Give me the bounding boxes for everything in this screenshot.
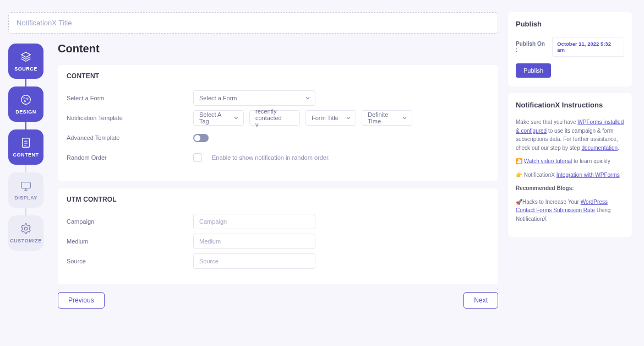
random-order-desc: Enable to show notification in random or… (212, 154, 330, 161)
publish-title: Publish (516, 20, 624, 28)
template-recent-dropdown[interactable]: recently contacted v (249, 110, 300, 126)
utm-section-title: UTM CONTROL (67, 196, 489, 203)
random-order-checkbox[interactable] (193, 153, 202, 162)
instructions-p1: Make sure that you have WPForms installe… (516, 118, 624, 152)
select-form-dropdown[interactable]: Select a Form (193, 90, 315, 106)
source-label: Source (67, 258, 193, 264)
svg-point-1 (21, 95, 31, 105)
source-input[interactable] (193, 253, 315, 269)
step-design[interactable]: DESIGN (8, 86, 43, 122)
documentation-link[interactable]: documentation (582, 145, 618, 151)
step-connector (25, 79, 26, 86)
step-connector (25, 122, 26, 129)
layers-icon (20, 51, 32, 63)
publish-on-label: Publish On : (516, 41, 548, 53)
random-order-label: Random Order (67, 154, 193, 161)
instructions-p2: 🎦 Watch video tutorial to learn quickly (516, 157, 624, 166)
chevron-down-icon (346, 115, 351, 121)
svg-point-12 (24, 227, 28, 230)
medium-input[interactable] (193, 234, 315, 249)
step-label: CUSTOMIZE (10, 238, 41, 244)
publish-date[interactable]: October 11, 2022 5:32 am (552, 37, 624, 57)
gear-icon (20, 223, 32, 235)
chevron-down-icon (233, 115, 239, 121)
svg-point-3 (26, 98, 28, 100)
step-label: SOURCE (14, 66, 37, 72)
instructions-card: NotificationX Instructions Make sure tha… (508, 93, 632, 237)
previous-button[interactable]: Previous (58, 292, 105, 309)
svg-rect-5 (23, 138, 30, 148)
video-icon: 🎦 (516, 158, 522, 164)
svg-marker-0 (21, 52, 31, 57)
advanced-template-label: Advanced Template (67, 134, 193, 141)
step-label: DISPLAY (14, 195, 37, 201)
medium-label: Medium (67, 238, 193, 245)
chevron-down-icon (305, 95, 310, 101)
advanced-template-toggle[interactable] (193, 134, 209, 142)
page-title: Content (58, 42, 498, 55)
chevron-down-icon (402, 115, 407, 121)
pointer-icon: 👉 (516, 172, 522, 178)
template-tag-dropdown[interactable]: Select A Tag (193, 110, 244, 126)
svg-rect-9 (21, 182, 31, 188)
step-display[interactable]: DISPLAY (8, 172, 43, 208)
svg-point-2 (24, 98, 25, 99)
content-card: CONTENT Select a Form Select a Form (58, 65, 498, 181)
template-label: Notification Template (67, 115, 193, 121)
content-section-title: CONTENT (67, 72, 489, 80)
integration-link[interactable]: Integration with WPForms (556, 172, 620, 178)
monitor-icon (20, 180, 32, 192)
step-connector (25, 165, 26, 172)
publish-card: Publish Publish On : October 11, 2022 5:… (508, 12, 632, 86)
svg-point-4 (24, 100, 26, 102)
step-label: DESIGN (15, 109, 36, 115)
campaign-input[interactable] (193, 214, 315, 229)
template-time-dropdown[interactable]: Definite Time (362, 110, 412, 126)
step-label: CONTENT (13, 152, 39, 158)
publish-button[interactable]: Publish (516, 63, 551, 78)
step-customize[interactable]: CUSTOMIZE (8, 215, 43, 251)
palette-icon (20, 94, 32, 106)
select-form-label: Select a Form (67, 95, 193, 101)
file-text-icon (20, 137, 32, 149)
step-nav: SOURCE DESIGN CONTENT DISPLAY (8, 44, 43, 309)
campaign-label: Campaign (67, 218, 193, 225)
step-connector (25, 208, 26, 215)
recommended-blogs-label: Recommended Blogs: (516, 184, 624, 193)
utm-card: UTM CONTROL Campaign Medium (58, 188, 498, 284)
step-source[interactable]: SOURCE (8, 44, 43, 79)
notification-title-input[interactable] (8, 12, 498, 34)
next-button[interactable]: Next (463, 292, 498, 309)
template-formtitle-dropdown[interactable]: Form Title (305, 110, 356, 126)
step-content[interactable]: CONTENT (8, 129, 43, 165)
instructions-p5: 🚀Hacks to Increase Your WordPress Contac… (516, 198, 624, 224)
instructions-p3: 👉 NotificationX Integration with WPForms (516, 171, 624, 180)
rocket-icon: 🚀 (516, 199, 522, 205)
video-tutorial-link[interactable]: Watch video tutorial (524, 158, 572, 164)
instructions-title: NotificationX Instructions (516, 101, 624, 109)
